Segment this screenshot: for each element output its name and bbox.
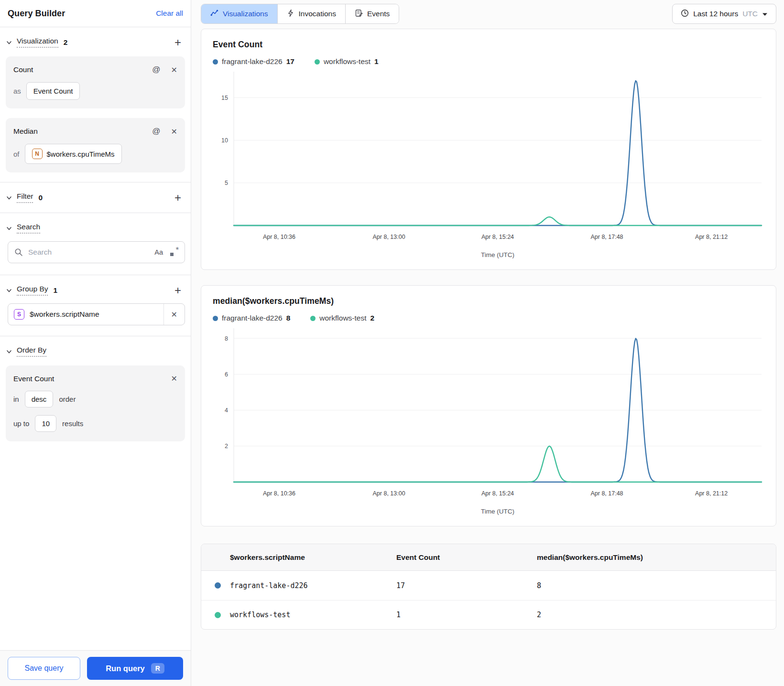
svg-text:Apr 8, 13:00: Apr 8, 13:00 [373,234,405,240]
timezone-label: UTC [742,10,758,18]
chart-title: median($workers.cpuTimeMs) [213,296,764,306]
run-query-label: Run query [106,664,145,673]
svg-text:Time (UTC): Time (UTC) [481,508,514,515]
legend-item[interactable]: fragrant-lake-d226 8 [213,314,290,322]
group-by-field[interactable]: S $workers.scriptName ✕ [8,303,185,325]
clock-icon [681,9,689,19]
query-builder-sidebar: Query Builder Clear all Visualization 2 … [0,0,191,686]
line-chart: 2468Apr 8, 10:36Apr 8, 13:00Apr 8, 15:24… [213,324,764,521]
legend-name: workflows-test [319,314,366,322]
visualization-label[interactable]: Visualization [17,37,58,48]
column-script-name: $workers.scriptName [230,553,396,562]
events-icon [355,9,363,19]
chevron-down-icon[interactable] [6,194,12,201]
table-row[interactable]: fragrant-lake-d226 17 8 [201,571,776,600]
page-title: Query Builder [8,9,65,19]
save-query-button[interactable]: Save query [8,657,80,680]
close-icon[interactable]: ✕ [171,65,177,75]
tab-label: Visualizations [223,10,268,18]
tab-label: Invocations [299,10,336,18]
svg-text:4: 4 [225,407,228,414]
column-event-count: Event Count [396,553,537,562]
svg-text:Apr 8, 21:12: Apr 8, 21:12 [695,234,728,240]
chevron-down-icon[interactable] [6,348,12,355]
cell-script-name: workflows-test [230,611,396,619]
filter-label[interactable]: Filter [17,192,33,203]
svg-text:Apr 8, 17:48: Apr 8, 17:48 [590,234,623,240]
run-query-button[interactable]: Run query R [87,657,183,680]
regex-square [170,253,174,256]
legend-name: workflows-test [324,57,370,66]
legend-value: 8 [286,314,291,322]
chevron-down-icon[interactable] [6,225,12,232]
chart-legend: fragrant-lake-d226 17 workflows-test 1 [213,57,764,66]
legend-item[interactable]: workflows-test 1 [315,57,379,66]
median-cputime-chart-panel: median($workers.cpuTimeMs) fragrant-lake… [201,285,776,526]
results-label: results [62,419,83,428]
legend-dot [213,316,218,321]
of-label: of [13,150,20,158]
at-icon[interactable]: @ [152,65,160,75]
tab-visualizations[interactable]: Visualizations [201,4,277,23]
add-group-by-button[interactable]: + [173,286,183,295]
sidebar-header: Query Builder Clear all [0,0,191,27]
match-case-icon[interactable]: Aa [154,248,163,256]
chart-title: Event Count [213,40,764,50]
legend-item[interactable]: workflows-test 2 [310,314,374,322]
legend-name: fragrant-lake-d226 [222,57,283,66]
group-by-label[interactable]: Group By [17,285,48,296]
median-field-selector[interactable]: N $workers.cpuTimeMs [25,144,122,164]
group-by-count: 1 [53,286,57,295]
in-label: in [13,395,19,403]
count-alias-field[interactable]: Event Count [26,82,80,100]
order-direction-select[interactable]: desc [25,391,54,407]
legend-value: 17 [286,57,294,66]
bottom-spacer [201,630,776,661]
remove-group-by-icon[interactable]: ✕ [164,310,185,319]
close-icon[interactable]: ✕ [171,127,177,136]
svg-text:Apr 8, 15:24: Apr 8, 15:24 [481,490,514,497]
svg-text:Apr 8, 10:36: Apr 8, 10:36 [263,234,295,240]
time-range-selector[interactable]: Last 12 hours UTC [672,4,776,24]
main-content: Visualizations Invocations Events Last 1… [191,0,784,686]
order-by-card: Event Count ✕ in desc order up to 10 res… [6,365,185,441]
tab-label: Events [367,10,390,18]
filter-count: 0 [38,193,43,202]
count-card-title: Count [13,65,33,74]
series-dot [215,612,221,618]
at-icon[interactable]: @ [152,127,160,136]
svg-text:6: 6 [225,371,228,378]
section-order-by: Order By [0,336,191,364]
close-icon[interactable]: ✕ [171,374,177,383]
order-by-label[interactable]: Order By [17,346,46,357]
series-dot [215,582,221,589]
regex-icon[interactable]: * [170,248,178,257]
chevron-down-icon[interactable] [6,39,12,46]
keyboard-shortcut-badge: R [151,663,164,674]
svg-text:Apr 8, 21:12: Apr 8, 21:12 [695,490,728,497]
add-filter-button[interactable]: + [173,193,183,202]
event-count-chart-svg: 51015Apr 8, 10:36Apr 8, 13:00Apr 8, 15:2… [213,68,764,265]
svg-text:10: 10 [221,137,228,144]
tab-invocations[interactable]: Invocations [277,4,345,23]
add-visualization-button[interactable]: + [173,38,183,47]
visualizations-icon [210,9,218,19]
section-group-by: Group By 1 + [0,275,191,302]
event-count-chart-panel: Event Count fragrant-lake-d226 17 workfl… [201,29,776,270]
table-row[interactable]: workflows-test 1 2 [201,600,776,629]
limit-input[interactable]: 10 [35,415,56,432]
clear-all-button[interactable]: Clear all [156,9,183,18]
tab-events[interactable]: Events [345,4,399,23]
median-chart-svg: 2468Apr 8, 10:36Apr 8, 13:00Apr 8, 15:24… [213,324,764,521]
chevron-down-icon[interactable] [6,287,12,294]
search-label[interactable]: Search [17,223,40,234]
up-to-label: up to [13,419,29,428]
sidebar-footer: Save query Run query R [0,650,191,686]
section-search: Search [0,213,191,240]
cell-event-count: 17 [396,581,537,590]
count-visualization-card: Count @ ✕ as Event Count [6,56,185,108]
search-icon [14,248,23,258]
legend-item[interactable]: fragrant-lake-d226 17 [213,57,294,66]
svg-text:Apr 8, 10:36: Apr 8, 10:36 [263,490,295,497]
time-range-label: Last 12 hours [693,10,738,18]
